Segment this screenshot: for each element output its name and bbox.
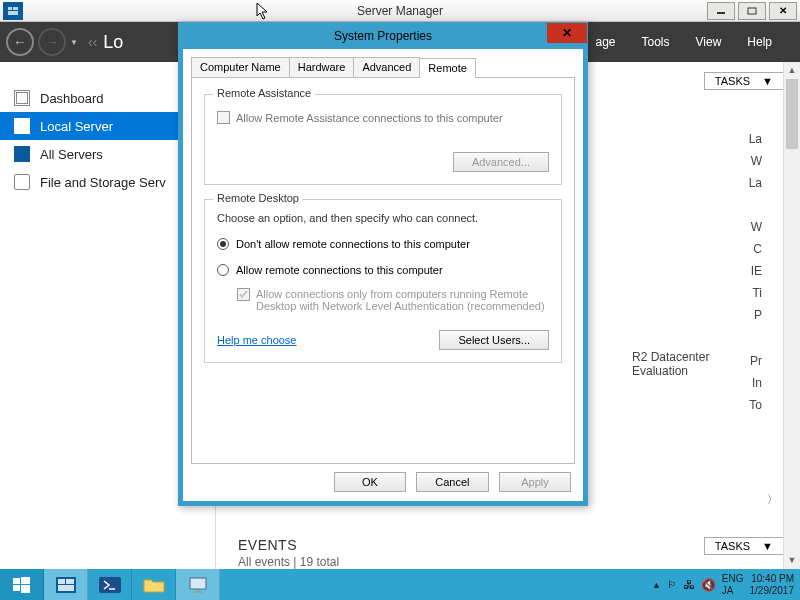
events-tasks-dropdown[interactable]: TASKS▼ xyxy=(704,537,784,555)
radio-deny-connections[interactable]: Don't allow remote connections to this c… xyxy=(217,238,549,250)
arrow-left-icon: ← xyxy=(13,34,27,50)
windows-logo-icon xyxy=(13,576,31,594)
ok-button[interactable]: OK xyxy=(334,472,406,492)
disk-icon xyxy=(14,174,30,190)
svg-rect-17 xyxy=(195,590,201,592)
menu-bar: age Tools View Help xyxy=(595,35,794,49)
chevron-left-icon: ‹‹ xyxy=(88,34,97,50)
svg-rect-12 xyxy=(66,579,74,584)
dialog-tabs: Computer Name Hardware Advanced Remote xyxy=(191,57,575,78)
sound-icon[interactable]: 🔇 xyxy=(701,578,716,592)
server-icon xyxy=(14,118,30,134)
apply-button: Apply xyxy=(499,472,571,492)
svg-rect-8 xyxy=(13,585,20,591)
window-controls: ✕ xyxy=(707,2,800,20)
svg-rect-18 xyxy=(192,592,204,593)
events-section: EVENTS All events | 19 total TASKS▼ xyxy=(238,537,784,569)
dialog-button-row: OK Cancel Apply xyxy=(191,472,575,492)
folder-icon xyxy=(143,577,165,593)
svg-rect-13 xyxy=(58,585,74,591)
taskbar: ▲ 🏳 🖧 🔇 ENG JA 10:40 PM 1/29/2017 xyxy=(0,569,800,600)
tab-advanced[interactable]: Advanced xyxy=(353,57,420,77)
checkbox-icon xyxy=(237,288,250,301)
maximize-button[interactable] xyxy=(738,2,766,20)
help-me-choose-link[interactable]: Help me choose xyxy=(217,334,297,346)
tab-hardware[interactable]: Hardware xyxy=(289,57,355,77)
tasks-dropdown[interactable]: TASKS▼ xyxy=(704,72,784,90)
tab-computer-name[interactable]: Computer Name xyxy=(191,57,290,77)
nav-history-dropdown[interactable]: ▼ xyxy=(70,38,78,47)
chevron-down-icon: ▼ xyxy=(762,75,773,87)
events-heading: EVENTS xyxy=(238,537,339,553)
remote-assistance-advanced-button: Advanced... xyxy=(453,152,549,172)
breadcrumb: ‹‹ Lo xyxy=(88,32,123,53)
svg-rect-11 xyxy=(58,579,65,584)
radio-icon xyxy=(217,238,229,250)
svg-rect-2 xyxy=(13,7,18,10)
flag-icon[interactable]: 🏳 xyxy=(667,579,677,590)
taskbar-explorer[interactable] xyxy=(132,569,176,600)
system-properties-dialog: System Properties ✕ Computer Name Hardwa… xyxy=(178,22,588,506)
nla-checkbox: Allow connections only from computers ru… xyxy=(237,288,549,312)
menu-manage[interactable]: age xyxy=(595,35,615,49)
sidebar-item-label: All Servers xyxy=(40,147,103,162)
radio-allow-connections[interactable]: Allow remote connections to this compute… xyxy=(217,264,549,276)
close-button[interactable]: ✕ xyxy=(769,2,797,20)
cancel-button[interactable]: Cancel xyxy=(416,472,488,492)
os-value: R2 Datacenter Evaluation xyxy=(632,350,749,416)
select-users-button[interactable]: Select Users... xyxy=(439,330,549,350)
servers-icon xyxy=(14,146,30,162)
nav-back-button[interactable]: ← xyxy=(6,28,34,56)
group-title: Remote Assistance xyxy=(213,87,315,99)
dashboard-icon xyxy=(14,90,30,106)
remote-assistance-group: Remote Assistance Allow Remote Assistanc… xyxy=(204,94,562,185)
network-icon[interactable]: 🖧 xyxy=(683,578,695,592)
taskbar-system-properties[interactable] xyxy=(176,569,220,600)
breadcrumb-text: Lo xyxy=(103,32,123,53)
window-title: Server Manager xyxy=(357,4,443,18)
chevron-down-icon: ▼ xyxy=(762,540,773,552)
system-tray: ▲ 🏳 🖧 🔇 ENG JA 10:40 PM 1/29/2017 xyxy=(646,569,800,600)
svg-rect-3 xyxy=(8,11,18,15)
svg-rect-1 xyxy=(8,7,12,10)
computer-icon xyxy=(187,576,209,594)
group-title: Remote Desktop xyxy=(213,192,303,204)
radio-icon xyxy=(217,264,229,276)
tab-remote[interactable]: Remote xyxy=(419,58,476,78)
taskbar-server-manager[interactable] xyxy=(44,569,88,600)
scroll-down-icon[interactable]: ▼ xyxy=(784,552,800,569)
start-button[interactable] xyxy=(0,569,44,600)
dialog-titlebar[interactable]: System Properties ✕ xyxy=(179,23,587,49)
dialog-title: System Properties xyxy=(334,29,432,43)
remote-desktop-group: Remote Desktop Choose an option, and the… xyxy=(204,199,562,363)
dialog-close-button[interactable]: ✕ xyxy=(547,23,587,43)
app-icon xyxy=(3,2,23,20)
arrow-right-icon: → xyxy=(45,34,59,50)
svg-rect-6 xyxy=(13,578,20,584)
svg-rect-5 xyxy=(748,8,756,14)
clock[interactable]: 10:40 PM 1/29/2017 xyxy=(750,573,795,597)
menu-view[interactable]: View xyxy=(696,35,722,49)
remote-desktop-description: Choose an option, and then specify who c… xyxy=(217,212,549,224)
sidebar-item-label: Dashboard xyxy=(40,91,104,106)
nav-forward-button[interactable]: → xyxy=(38,28,66,56)
checkbox-icon xyxy=(217,111,230,124)
events-subtitle: All events | 19 total xyxy=(238,555,339,569)
minimize-button[interactable] xyxy=(707,2,735,20)
tray-overflow-icon[interactable]: ▲ xyxy=(652,580,661,590)
sidebar-item-label: Local Server xyxy=(40,119,113,134)
powershell-icon xyxy=(99,577,121,593)
language-indicator[interactable]: ENG JA xyxy=(722,573,744,597)
menu-tools[interactable]: Tools xyxy=(642,35,670,49)
scroll-thumb[interactable] xyxy=(786,79,798,149)
scrollbar-vertical[interactable]: ▲ ▼ xyxy=(783,62,800,569)
server-manager-icon xyxy=(56,577,76,593)
expand-arrow[interactable]: 〉 xyxy=(767,492,778,507)
sidebar-item-label: File and Storage Serv xyxy=(40,175,166,190)
svg-rect-7 xyxy=(21,577,30,584)
taskbar-powershell[interactable] xyxy=(88,569,132,600)
scroll-up-icon[interactable]: ▲ xyxy=(784,62,800,79)
menu-help[interactable]: Help xyxy=(747,35,772,49)
allow-remote-assistance-checkbox: Allow Remote Assistance connections to t… xyxy=(217,111,549,124)
svg-rect-16 xyxy=(190,578,206,589)
